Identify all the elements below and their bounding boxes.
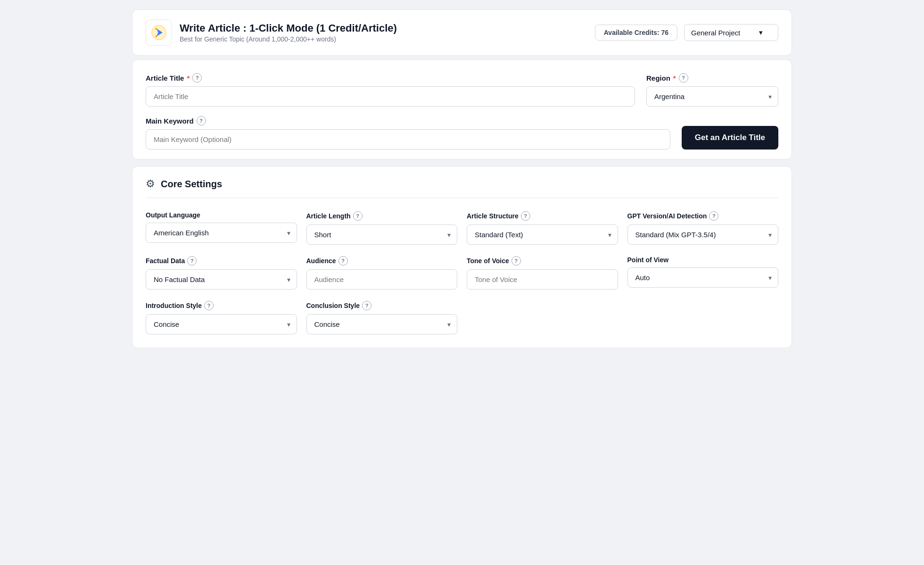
article-structure-label: Article Structure ? (467, 211, 618, 221)
settings-grid: Output Language American English ▾ Artic… (146, 211, 778, 334)
factual-data-select[interactable]: No Factual Data (146, 269, 297, 290)
introduction-style-select-wrapper: Concise ▾ (146, 314, 297, 334)
region-select-wrapper: Argentina ▾ (646, 86, 778, 107)
header-text: Write Article : 1-Click Mode (1 Credit/A… (180, 22, 397, 43)
article-title-label: Article Title * ? (146, 73, 635, 83)
tone-of-voice-help-icon[interactable]: ? (512, 256, 521, 266)
article-length-select[interactable]: Short (306, 224, 458, 245)
keyword-row: Main Keyword ? Get an Article Title (146, 116, 778, 150)
article-title-group: Article Title * ? (146, 73, 635, 107)
gpt-version-label: GPT Version/AI Detection ? (627, 211, 779, 221)
article-length-label: Article Length ? (306, 211, 458, 221)
point-of-view-select[interactable]: Auto (627, 267, 779, 288)
article-structure-help-icon[interactable]: ? (521, 211, 530, 221)
article-structure-select-wrapper: Standard (Text) ▾ (467, 224, 618, 245)
region-select[interactable]: Argentina (646, 86, 778, 107)
header-left: Write Article : 1-Click Mode (1 Credit/A… (146, 19, 397, 46)
introduction-style-select[interactable]: Concise (146, 314, 297, 334)
keyword-group: Main Keyword ? (146, 116, 670, 150)
point-of-view-label: Point of View (627, 256, 779, 264)
settings-header: ⚙ Core Settings (146, 178, 778, 198)
main-card: Article Title * ? Region * ? Argentina ▾ (132, 59, 792, 159)
audience-help-icon[interactable]: ? (338, 256, 348, 266)
conclusion-style-select[interactable]: Concise (306, 314, 458, 334)
output-language-select-wrapper: American English ▾ (146, 223, 297, 243)
svg-point-2 (155, 28, 157, 30)
credits-badge: Available Credits: 76 (595, 25, 677, 41)
svg-point-3 (155, 35, 157, 37)
header-title: Write Article : 1-Click Mode (1 Credit/A… (180, 22, 397, 34)
article-length-select-wrapper: Short ▾ (306, 224, 458, 245)
factual-data-select-wrapper: No Factual Data ▾ (146, 269, 297, 290)
tone-of-voice-input[interactable] (467, 269, 618, 290)
header-subtitle: Best for Generic Topic (Around 1,000-2,0… (180, 35, 397, 43)
region-required-asterisk: * (673, 74, 676, 82)
introduction-style-label: Introduction Style ? (146, 301, 297, 310)
settings-title: Core Settings (161, 179, 222, 190)
region-group: Region * ? Argentina ▾ (646, 73, 778, 107)
article-title-help-icon[interactable]: ? (192, 73, 202, 83)
audience-label: Audience ? (306, 256, 458, 266)
gpt-version-select[interactable]: Standard (Mix GPT-3.5/4) (627, 224, 779, 245)
core-settings-card: ⚙ Core Settings Output Language American… (132, 166, 792, 348)
factual-data-help-icon[interactable]: ? (187, 256, 197, 266)
header-card: Write Article : 1-Click Mode (1 Credit/A… (132, 9, 792, 56)
gpt-version-help-icon[interactable]: ? (709, 211, 718, 221)
tone-of-voice-field: Tone of Voice ? (467, 256, 618, 290)
logo-icon (151, 25, 166, 40)
conclusion-style-field: Conclusion Style ? Concise ▾ (306, 301, 458, 334)
keyword-help-icon[interactable]: ? (197, 116, 206, 125)
article-length-field: Article Length ? Short ▾ (306, 211, 458, 245)
article-structure-field: Article Structure ? Standard (Text) ▾ (467, 211, 618, 245)
conclusion-style-help-icon[interactable]: ? (362, 301, 371, 310)
conclusion-style-select-wrapper: Concise ▾ (306, 314, 458, 334)
gear-icon: ⚙ (146, 178, 155, 190)
audience-input[interactable] (306, 269, 458, 290)
gpt-version-select-wrapper: Standard (Mix GPT-3.5/4) ▾ (627, 224, 779, 245)
factual-data-field: Factual Data ? No Factual Data ▾ (146, 256, 297, 290)
get-title-button[interactable]: Get an Article Title (682, 126, 778, 150)
article-length-help-icon[interactable]: ? (353, 211, 363, 221)
chevron-down-icon: ▾ (759, 28, 763, 37)
point-of-view-field: Point of View Auto ▾ (627, 256, 779, 290)
article-structure-select[interactable]: Standard (Text) (467, 224, 618, 245)
article-title-region-row: Article Title * ? Region * ? Argentina ▾ (146, 73, 778, 107)
introduction-style-help-icon[interactable]: ? (204, 301, 214, 310)
keyword-label: Main Keyword ? (146, 116, 670, 125)
region-help-icon[interactable]: ? (679, 73, 688, 83)
gpt-version-field: GPT Version/AI Detection ? Standard (Mix… (627, 211, 779, 245)
article-title-input[interactable] (146, 86, 635, 107)
output-language-label: Output Language (146, 211, 297, 219)
region-label: Region * ? (646, 73, 778, 83)
output-language-field: Output Language American English ▾ (146, 211, 297, 245)
header-right: Available Credits: 76 General Project ▾ (595, 24, 778, 41)
project-select[interactable]: General Project ▾ (684, 24, 778, 41)
conclusion-style-label: Conclusion Style ? (306, 301, 458, 310)
keyword-input[interactable] (146, 129, 670, 150)
point-of-view-select-wrapper: Auto ▾ (627, 267, 779, 288)
introduction-style-field: Introduction Style ? Concise ▾ (146, 301, 297, 334)
audience-field: Audience ? (306, 256, 458, 290)
tone-of-voice-label: Tone of Voice ? (467, 256, 618, 266)
logo-box (146, 19, 172, 46)
required-asterisk: * (187, 74, 190, 82)
factual-data-label: Factual Data ? (146, 256, 297, 266)
page-container: Write Article : 1-Click Mode (1 Credit/A… (132, 9, 792, 348)
output-language-select[interactable]: American English (146, 223, 297, 243)
